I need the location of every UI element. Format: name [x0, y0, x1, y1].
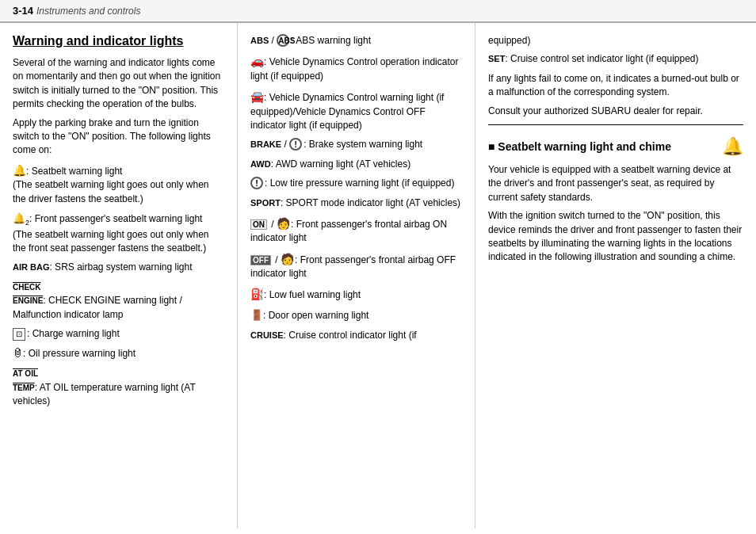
cruise-label: CRUISE	[250, 330, 284, 340]
airbag-on-entry: ON / 🧑: Front passenger's frontal airbag…	[250, 216, 462, 246]
section-title: Warning and indicator lights	[13, 34, 224, 48]
set-entry: SET: Cruise control set indicator light …	[488, 52, 743, 66]
airbag-on-person-icon: 🧑	[277, 216, 290, 231]
instructions-paragraph: Apply the parking brake and turn the ign…	[13, 116, 224, 158]
airbag-label: AIR BAG	[13, 262, 49, 272]
door-entry: 🚪: Door open warning light	[250, 308, 462, 323]
vdc-op-icon: 🚗	[250, 55, 264, 67]
airbag-entry: AIR BAG: SRS airbag system warning light	[13, 261, 224, 274]
awd-label: AWD	[250, 159, 271, 169]
seatbelt-section-icon: 🔔	[722, 136, 743, 157]
fuel-icon: ⛽	[250, 288, 264, 300]
bulb-notice: If any lights fail to come on, it indica…	[488, 72, 743, 100]
seatbelt-section-header: ■ Seatbelt warning light and chime 🔔	[488, 136, 743, 157]
seatbelt-para2: With the ignition switch turned to the "…	[488, 209, 743, 265]
fuel-entry: ⛽: Low fuel warning light	[250, 286, 462, 302]
section-divider	[488, 124, 743, 125]
intro-paragraph: Several of the warning and indicator lig…	[13, 56, 224, 112]
check-label: CHECKENGINE	[13, 283, 43, 305]
abs-circle-icon: ABS	[277, 34, 289, 47]
airbag-off-entry: OFF / 🧑: Front passenger's frontal airba…	[250, 251, 462, 281]
dealer-notice: Consult your authorized SUBARU dealer fo…	[488, 105, 743, 118]
page-header: 3-14 Instruments and controls	[0, 0, 756, 23]
tire-icon: !	[250, 177, 263, 189]
seatbelt-icon: 🔔	[13, 162, 26, 178]
vdc-op-entry: 🚗: Vehicle Dynamics Control operation in…	[250, 53, 462, 83]
column-3: equipped) SET: Cruise control set indica…	[475, 23, 756, 528]
cruise-entry: CRUISE: Cruise control indicator light (…	[250, 329, 462, 342]
airbag-off-label: OFF	[250, 255, 271, 265]
seatbelt-entry: 🔔: Seatbelt warning light (The seatbelt …	[13, 162, 224, 206]
at-oil-label: AT OILTEMP	[13, 369, 38, 391]
seatbelt-section-title: ■ Seatbelt warning light and chime	[488, 140, 716, 153]
seatbelt-para1: Your vehicle is equipped with a seatbelt…	[488, 163, 743, 204]
column-1: Warning and indicator lights Several of …	[0, 23, 238, 528]
main-content: Warning and indicator lights Several of …	[0, 23, 756, 528]
airbag-off-person-icon: 🧑	[281, 251, 294, 267]
chapter-title: Instruments and controls	[36, 6, 140, 17]
awd-entry: AWD: AWD warning light (AT vehicles)	[250, 158, 462, 171]
vdc-warn-icon: 🚘	[250, 90, 264, 103]
charge-entry: ⊡: Charge warning light	[13, 327, 224, 341]
brake-circle-icon: !	[289, 138, 302, 151]
oil-icon: 🛢	[13, 347, 23, 359]
charge-icon: ⊡	[13, 328, 25, 341]
tire-entry: !: Low tire pressure warning light (if e…	[250, 177, 462, 190]
at-oil-entry: AT OILTEMP: AT OIL temperature warning l…	[13, 367, 224, 408]
cruise-continued: equipped)	[488, 34, 743, 48]
airbag-on-label: ON	[250, 219, 267, 230]
chapter-number: 3-14	[13, 5, 33, 17]
abs-label: ABS	[250, 36, 269, 45]
column-2: ABS / ABS: ABS warning light 🚗: Vehicle …	[238, 23, 475, 528]
seatbelt2-entry: 🔔2: Front passenger's seatbelt warning l…	[13, 212, 224, 255]
sport-label: SPORT	[250, 198, 281, 208]
sport-entry: SPORT: SPORT mode indicator light (AT ve…	[250, 196, 462, 210]
brake-entry: BRAKE / !: Brake system warning light	[250, 138, 462, 151]
vdc-warn-entry: 🚘: Vehicle Dynamics Control warning ligh…	[250, 89, 462, 132]
seatbelt2-icon: 🔔2	[13, 212, 29, 224]
check-engine-entry: CHECKENGINE: CHECK ENGINE warning light …	[13, 280, 224, 322]
door-icon: 🚪	[250, 309, 263, 321]
brake-label: BRAKE	[250, 139, 281, 149]
oil-entry: 🛢: Oil pressure warning light	[13, 346, 224, 361]
set-label: SET	[488, 54, 505, 63]
abs-entry: ABS / ABS: ABS warning light	[250, 34, 462, 48]
